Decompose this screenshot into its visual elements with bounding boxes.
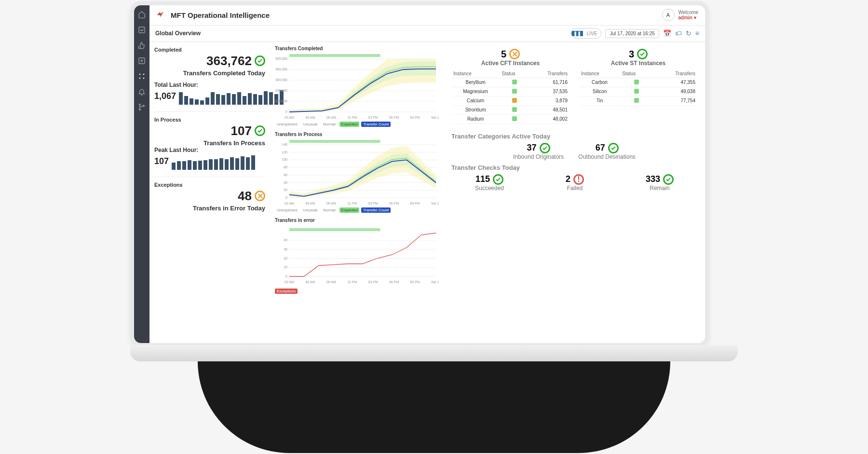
refresh-icon[interactable]: ↻ [686, 29, 692, 37]
live-toggle[interactable]: ❚❚ LIVE [571, 28, 602, 39]
transfers-inprocess-chart: 02040608010012014003 AM06 AM09 AM12 PM03… [275, 139, 439, 206]
remain-count: 333 [646, 174, 660, 184]
inbound-count: 37 [527, 143, 537, 153]
nodes-icon[interactable] [137, 72, 146, 81]
chart2-legend: Unexpected Unusual Normal Expected Trans… [275, 207, 439, 213]
pause-icon: ❚❚ [571, 31, 583, 36]
svg-text:Sat 18: Sat 18 [431, 202, 439, 205]
svg-text:09 AM: 09 AM [326, 202, 336, 205]
svg-rect-59 [289, 228, 380, 231]
calendar-icon[interactable]: 📅 [663, 29, 671, 37]
svg-text:300,000: 300,000 [275, 78, 287, 82]
svg-point-6 [139, 104, 141, 105]
topbar: MFT Operational Intelligence A Welcome a… [149, 5, 705, 26]
completed-section-label: Completed [154, 45, 265, 54]
check-circle-icon [540, 143, 550, 153]
svg-text:09 PM: 09 PM [410, 116, 420, 119]
user-menu[interactable]: A Welcome admin ▾ [662, 9, 699, 21]
exceptions-section-label: Exceptions [154, 180, 265, 189]
sidebar [134, 5, 149, 343]
svg-text:06 PM: 06 PM [389, 116, 399, 119]
menu-icon[interactable]: ≡ [695, 29, 699, 37]
svg-text:12 PM: 12 PM [347, 202, 357, 205]
table-row[interactable]: Calcium3,879 [451, 96, 570, 105]
svg-text:500,000: 500,000 [275, 57, 287, 60]
inprocess-count: 107 [231, 124, 252, 138]
check-circle-icon [493, 174, 503, 185]
svg-text:Sat 18: Sat 18 [431, 280, 439, 284]
svg-text:0: 0 [285, 275, 287, 278]
completed-count: 363,762 [206, 54, 252, 69]
peak-label: Peak Last Hour: [154, 147, 265, 153]
page-title: Global Overview [155, 30, 201, 37]
chart1-legend: Unexpected Unusual Normal Expected Trans… [275, 122, 439, 127]
svg-rect-0 [139, 27, 145, 33]
inprocess-label: Transfers In Process [154, 139, 265, 147]
chart-icon[interactable] [137, 26, 146, 34]
svg-text:40: 40 [284, 238, 287, 242]
svg-text:03 PM: 03 PM [368, 202, 378, 205]
bell-icon[interactable] [137, 87, 146, 96]
categories-title: Transfer Categories Active Today [451, 129, 697, 143]
st-count: 3 [629, 49, 634, 60]
check-circle-icon [637, 49, 648, 59]
svg-text:09 AM: 09 AM [326, 280, 336, 284]
check-circle-icon [608, 143, 619, 153]
svg-text:03 AM: 03 AM [285, 280, 294, 284]
home-icon[interactable] [137, 10, 146, 19]
welcome-label: Welcome [678, 10, 699, 15]
chart3-title: Transfers in error [275, 218, 439, 225]
branch-icon[interactable] [137, 103, 146, 111]
table-row[interactable]: Radium48,002 [451, 114, 570, 124]
svg-text:03 PM: 03 PM [368, 280, 378, 284]
svg-point-4 [139, 77, 141, 79]
svg-text:100: 100 [282, 158, 287, 161]
svg-point-5 [143, 77, 145, 79]
svg-text:20: 20 [284, 188, 287, 192]
tag-icon[interactable]: 🏷 [675, 29, 682, 37]
failed-label: Failed [566, 185, 584, 192]
app-title: MFT Operational Intelligence [171, 11, 270, 19]
table-row[interactable]: Magnesium37,535 [451, 87, 570, 96]
completed-label: Transfers Completed Today [154, 69, 265, 77]
peak-value: 107 [154, 156, 169, 166]
last-hour-value: 1,067 [154, 91, 176, 101]
failed-count: 2 [566, 174, 570, 184]
svg-text:06 AM: 06 AM [305, 202, 315, 205]
chart2-title: Transfers in Process [275, 132, 439, 139]
check-circle-icon [255, 125, 265, 136]
cft-count: 5 [501, 49, 506, 60]
checks-title: Transfer Checks Today [451, 160, 697, 174]
svg-text:10: 10 [284, 265, 287, 269]
table-row[interactable]: Silicon49,038 [579, 87, 697, 96]
add-panel-icon[interactable] [137, 56, 146, 65]
inprocess-sparkline [172, 155, 265, 170]
cft-table: InstanceStatusTransfers Beryllium61,716M… [451, 69, 570, 124]
svg-text:140: 140 [282, 143, 287, 146]
svg-text:06 PM: 06 PM [389, 202, 399, 205]
table-row[interactable]: Tin77,754 [579, 96, 697, 105]
inprocess-section-label: In Process [154, 115, 265, 124]
outbound-label: Outbound Desinations [578, 153, 636, 160]
logo-icon [156, 10, 166, 20]
svg-text:100,000: 100,000 [275, 99, 287, 103]
cft-label: Active CFT Instances [451, 60, 570, 67]
completed-sparkline [179, 90, 284, 105]
transfers-error-chart: 01020304003 AM06 AM09 AM12 PM03 PM06 PM0… [275, 225, 439, 288]
thumb-icon[interactable] [137, 41, 146, 50]
svg-text:Sat 18: Sat 18 [431, 116, 439, 119]
check-circle-icon [255, 55, 265, 66]
svg-point-3 [143, 73, 145, 75]
svg-text:09 AM: 09 AM [326, 116, 336, 119]
svg-text:200,000: 200,000 [275, 89, 287, 92]
table-row[interactable]: Carbon47,355 [579, 78, 697, 87]
svg-text:03 AM: 03 AM [285, 202, 294, 205]
table-row[interactable]: Strontium48,501 [451, 105, 570, 114]
svg-text:400,000: 400,000 [275, 68, 287, 71]
table-row[interactable]: Beryllium61,716 [451, 78, 570, 87]
live-label: LIVE [583, 31, 601, 36]
username: admin [678, 15, 692, 20]
svg-text:40: 40 [284, 180, 287, 184]
svg-text:0: 0 [285, 196, 287, 199]
date-picker[interactable]: Jul 17, 2020 at 16:25 [605, 29, 659, 38]
